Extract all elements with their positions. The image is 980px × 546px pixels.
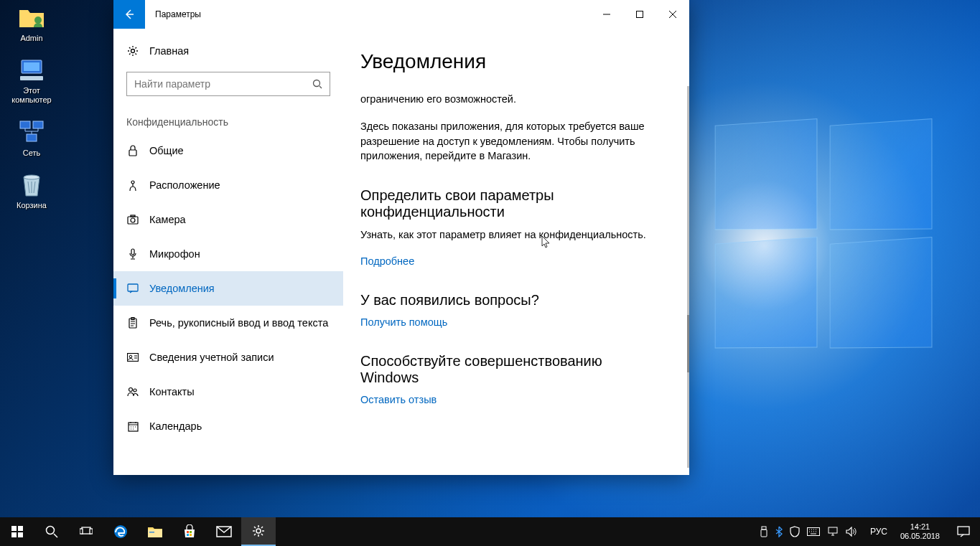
gear-icon xyxy=(251,524,266,538)
sidebar-item-account[interactable]: Сведения учетной записи xyxy=(113,340,343,375)
scrollbar-thumb[interactable] xyxy=(687,315,689,372)
store-icon xyxy=(182,524,197,539)
get-help-link[interactable]: Получить помощь xyxy=(360,316,447,328)
svg-rect-5 xyxy=(33,121,43,128)
sidebar-item-speech[interactable]: Речь, рукописный ввод и ввод текста xyxy=(113,306,343,340)
desktop-icon-label: Корзина xyxy=(17,201,47,210)
taskview-button[interactable] xyxy=(69,517,103,546)
sidebar-item-label: Сведения учетной записи xyxy=(149,352,274,363)
computer-icon xyxy=(17,56,46,85)
tray-bluetooth-icon[interactable] xyxy=(775,526,783,537)
sidebar-item-label: Контакты xyxy=(149,386,195,397)
taskbar-app-settings[interactable] xyxy=(241,517,276,546)
svg-rect-30 xyxy=(82,527,90,534)
tray-keyboard-icon[interactable] xyxy=(807,527,820,536)
desktop-icon-recycle-bin[interactable]: Корзина xyxy=(6,171,57,210)
account-card-icon xyxy=(126,353,139,362)
svg-rect-34 xyxy=(148,529,162,537)
sidebar-home-label: Главная xyxy=(149,45,189,57)
tray-security-icon[interactable] xyxy=(790,526,800,537)
taskbar-app-explorer[interactable] xyxy=(138,517,172,546)
close-icon xyxy=(669,11,676,18)
start-button[interactable] xyxy=(0,517,34,546)
folder-icon xyxy=(147,525,163,538)
svg-rect-37 xyxy=(190,531,192,533)
sidebar-item-label: Расположение xyxy=(149,179,220,191)
sidebar-item-notifications[interactable]: Уведомления xyxy=(113,271,343,306)
desktop-icon-label: Сеть xyxy=(23,149,40,158)
sidebar-item-camera[interactable]: Камера xyxy=(113,202,343,237)
sidebar-item-label: Речь, рукописный ввод и ввод текста xyxy=(149,317,328,329)
sidebar-item-label: Общие xyxy=(149,145,184,156)
taskbar-clock[interactable]: 14:21 06.05.2018 xyxy=(893,522,947,541)
desktop-icon-network[interactable]: Сеть xyxy=(6,118,57,158)
sidebar-item-microphone[interactable]: Микрофон xyxy=(113,237,343,271)
svg-rect-32 xyxy=(90,529,93,534)
svg-rect-25 xyxy=(11,526,17,531)
minimize-button[interactable] xyxy=(590,0,623,29)
svg-rect-36 xyxy=(187,531,189,533)
content-text: Узнать, как этот параметр влияет на конф… xyxy=(360,227,663,242)
section-heading: Определить свои параметры конфиденциальн… xyxy=(360,187,663,220)
sidebar-home[interactable]: Главная xyxy=(113,36,343,66)
taskbar-app-edge[interactable] xyxy=(103,517,138,546)
svg-rect-31 xyxy=(80,529,83,534)
wallpaper-pane xyxy=(715,237,818,348)
svg-rect-11 xyxy=(129,150,136,156)
desktop-icon-label: Admin xyxy=(20,34,42,43)
back-button[interactable] xyxy=(113,0,145,29)
svg-rect-43 xyxy=(761,529,767,537)
svg-point-0 xyxy=(34,17,42,24)
contacts-icon xyxy=(126,387,139,397)
svg-rect-6 xyxy=(27,134,37,141)
svg-point-10 xyxy=(314,80,320,87)
camera-icon xyxy=(126,215,139,225)
maximize-button[interactable] xyxy=(623,0,656,29)
user-folder-icon xyxy=(17,4,46,32)
svg-point-23 xyxy=(134,389,136,392)
tray-network-icon[interactable] xyxy=(827,527,839,537)
tray-volume-icon[interactable] xyxy=(846,527,857,537)
edge-icon xyxy=(113,524,129,540)
section-heading: Способствуйте совершенствованию Windows xyxy=(360,353,663,386)
svg-rect-3 xyxy=(20,76,43,80)
learn-more-link[interactable]: Подробнее xyxy=(360,255,414,267)
minimize-icon xyxy=(603,11,610,18)
system-tray xyxy=(752,526,864,537)
scrollbar[interactable] xyxy=(687,86,689,468)
search-button[interactable] xyxy=(34,517,69,546)
network-icon xyxy=(17,118,46,147)
desktop-icon-this-pc[interactable]: Этот компьютер xyxy=(6,56,57,105)
svg-rect-38 xyxy=(187,534,189,536)
action-center-button[interactable] xyxy=(947,526,980,537)
titlebar[interactable]: Параметры xyxy=(113,0,689,29)
content-text: Здесь показаны приложения, для которых т… xyxy=(360,119,663,163)
svg-point-12 xyxy=(131,181,134,184)
svg-rect-17 xyxy=(128,284,138,291)
sidebar-item-general[interactable]: Общие xyxy=(113,133,343,168)
window-controls xyxy=(590,0,689,29)
clipboard-icon xyxy=(126,317,139,329)
maximize-icon xyxy=(636,11,643,18)
svg-rect-8 xyxy=(637,11,643,18)
sidebar-item-contacts[interactable]: Контакты xyxy=(113,375,343,409)
feedback-link[interactable]: Оставить отзыв xyxy=(360,394,437,405)
section-heading: У вас появились вопросы? xyxy=(360,292,663,309)
desktop-icon-label: Этот компьютер xyxy=(6,86,57,105)
svg-rect-42 xyxy=(762,527,766,529)
taskbar-right: РУС 14:21 06.05.2018 xyxy=(752,517,980,546)
taskbar-app-mail[interactable] xyxy=(207,517,241,546)
sidebar-item-calendar[interactable]: Календарь xyxy=(113,409,343,443)
desktop-icon-admin[interactable]: Admin xyxy=(6,4,57,43)
page-title: Уведомления xyxy=(360,50,663,73)
arrow-left-icon xyxy=(123,9,135,20)
taskbar-left xyxy=(0,517,276,546)
language-indicator[interactable]: РУС xyxy=(864,527,893,537)
search-input[interactable] xyxy=(134,78,312,90)
taskbar-app-store[interactable] xyxy=(172,517,207,546)
tray-usb-icon[interactable] xyxy=(760,526,768,537)
sidebar-item-location[interactable]: Расположение xyxy=(113,168,343,202)
svg-rect-2 xyxy=(24,62,39,71)
close-button[interactable] xyxy=(656,0,689,29)
search-input-container[interactable] xyxy=(126,72,330,96)
